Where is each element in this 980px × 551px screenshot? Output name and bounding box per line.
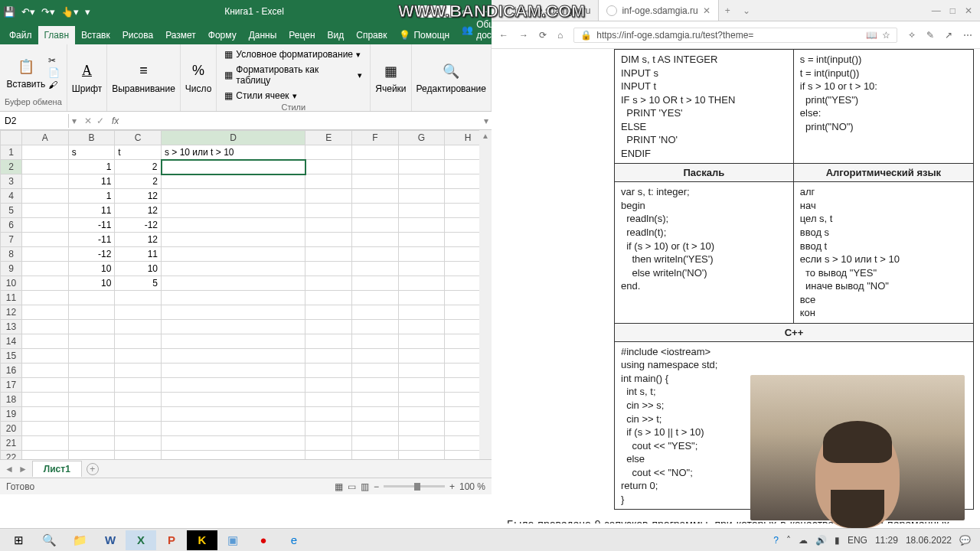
menu-icon[interactable]: ⋯ <box>963 30 972 41</box>
cell-B9[interactable]: 10 <box>68 262 115 276</box>
cell-D10[interactable] <box>162 276 305 291</box>
row-header[interactable]: 12 <box>1 305 22 320</box>
row-header[interactable]: 22 <box>1 451 22 460</box>
cell-D1[interactable]: s > 10 или t > 10 <box>162 145 305 160</box>
cell-D19[interactable] <box>162 407 305 422</box>
back-icon[interactable]: ← <box>499 30 508 41</box>
expand-formula-icon[interactable]: ▾ <box>481 116 492 126</box>
row-header[interactable]: 16 <box>1 364 22 378</box>
cell-F13[interactable] <box>351 320 398 334</box>
cell-G3[interactable] <box>398 174 445 189</box>
cell-E19[interactable] <box>305 407 352 422</box>
cell-G4[interactable] <box>398 189 445 204</box>
cell-F7[interactable] <box>351 233 398 247</box>
cell-D14[interactable] <box>162 334 305 349</box>
row-header[interactable]: 11 <box>1 291 22 305</box>
scroll-up-icon[interactable]: ▲ <box>479 130 492 142</box>
cell-B7[interactable]: -11 <box>68 233 115 247</box>
cell-E9[interactable] <box>305 262 352 276</box>
col-header-G[interactable]: G <box>398 131 445 145</box>
app-icon[interactable]: K <box>187 530 217 550</box>
row-header[interactable]: 7 <box>1 233 22 247</box>
paste-button[interactable]: 📋Вставить <box>6 56 45 90</box>
cell-G13[interactable] <box>398 320 445 334</box>
col-header-B[interactable]: B <box>68 131 115 145</box>
cell-B20[interactable] <box>68 422 115 436</box>
cell-F20[interactable] <box>351 422 398 436</box>
reader-icon[interactable]: 📖 <box>866 30 877 41</box>
zoom-slider[interactable] <box>384 485 445 487</box>
touch-icon[interactable]: 👆▾ <box>61 6 79 18</box>
view-break-icon[interactable]: ▥ <box>361 481 369 492</box>
cell-D13[interactable] <box>162 320 305 334</box>
cell-E3[interactable] <box>305 174 352 189</box>
spreadsheet-grid[interactable]: ABCDEFGH1sts > 10 или t > 10212311241125… <box>0 130 492 459</box>
cell-E17[interactable] <box>305 378 352 393</box>
cell-G20[interactable] <box>398 422 445 436</box>
cell-E15[interactable] <box>305 349 352 364</box>
cell-A15[interactable] <box>22 349 69 364</box>
view-normal-icon[interactable]: ▦ <box>335 481 343 492</box>
cell-B14[interactable] <box>68 334 115 349</box>
cell-A8[interactable] <box>22 247 69 262</box>
home-icon[interactable]: ⌂ <box>557 30 563 41</box>
cell-B11[interactable] <box>68 291 115 305</box>
zoom-in-icon[interactable]: + <box>449 481 455 492</box>
close-tab-icon[interactable]: ✕ <box>703 5 710 16</box>
cell-F6[interactable] <box>351 218 398 233</box>
cell-D21[interactable] <box>162 436 305 451</box>
row-header[interactable]: 18 <box>1 393 22 407</box>
cell-F5[interactable] <box>351 204 398 218</box>
col-header-E[interactable]: E <box>305 131 352 145</box>
cell-F9[interactable] <box>351 262 398 276</box>
cell-C22[interactable] <box>115 451 162 460</box>
cell-B4[interactable]: 1 <box>68 189 115 204</box>
cell-F4[interactable] <box>351 189 398 204</box>
cell-D7[interactable] <box>162 233 305 247</box>
cell-B1[interactable]: s <box>68 145 115 160</box>
cell-A5[interactable] <box>22 204 69 218</box>
powerpoint-icon[interactable]: P <box>156 530 187 550</box>
cell-C19[interactable] <box>115 407 162 422</box>
tab-view[interactable]: Вид <box>322 26 351 44</box>
tab-insert[interactable]: Вставк <box>75 26 116 44</box>
refresh-icon[interactable]: ⟳ <box>539 30 547 41</box>
name-box[interactable] <box>0 114 69 128</box>
zoom-value[interactable]: 100 % <box>459 481 485 492</box>
fx-icon[interactable]: fx <box>109 116 122 126</box>
cell-E7[interactable] <box>305 233 352 247</box>
cell-C21[interactable] <box>115 436 162 451</box>
row-header[interactable]: 8 <box>1 247 22 262</box>
cell-A19[interactable] <box>22 407 69 422</box>
cell-G19[interactable] <box>398 407 445 422</box>
edge-icon[interactable]: e <box>279 530 309 550</box>
cell-C16[interactable] <box>115 364 162 378</box>
cell-E16[interactable] <box>305 364 352 378</box>
cell-A16[interactable] <box>22 364 69 378</box>
cell-G11[interactable] <box>398 291 445 305</box>
language-indicator[interactable]: ENG <box>848 535 867 546</box>
cell-E8[interactable] <box>305 247 352 262</box>
cell-C2[interactable]: 2 <box>115 160 162 174</box>
network-icon[interactable]: ▮ <box>835 535 840 546</box>
cell-B16[interactable] <box>68 364 115 378</box>
cell-styles-button[interactable]: ▦Стили ячеек ▾ <box>221 89 299 103</box>
cell-G8[interactable] <box>398 247 445 262</box>
cell-D4[interactable] <box>162 189 305 204</box>
cell-F15[interactable] <box>351 349 398 364</box>
cell-A22[interactable] <box>22 451 69 460</box>
cell-F2[interactable] <box>351 160 398 174</box>
share-icon[interactable]: ↗ <box>945 30 952 41</box>
row-header[interactable]: 6 <box>1 218 22 233</box>
cell-A2[interactable] <box>22 160 69 174</box>
cell-F18[interactable] <box>351 393 398 407</box>
cell-D22[interactable] <box>162 451 305 460</box>
start-button[interactable]: ⊞ <box>3 530 34 550</box>
cell-C12[interactable] <box>115 305 162 320</box>
cell-D15[interactable] <box>162 349 305 364</box>
cell-F21[interactable] <box>351 436 398 451</box>
minimize-icon[interactable]: — <box>932 5 941 16</box>
redo-icon[interactable]: ↷▾ <box>41 6 55 18</box>
cut-icon[interactable]: ✂ <box>48 55 60 66</box>
cell-B2[interactable]: 1 <box>68 160 115 174</box>
